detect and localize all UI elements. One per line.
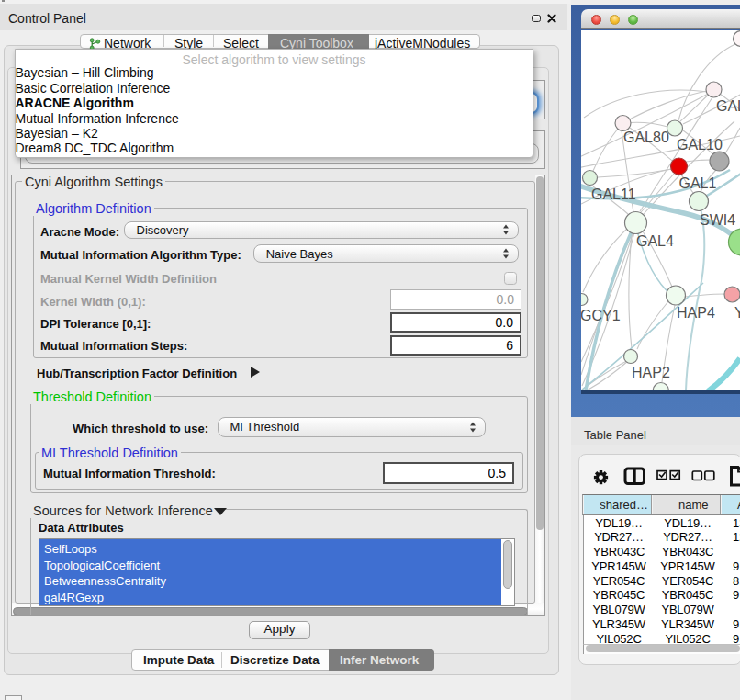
svg-text:GAL4: GAL4 — [636, 233, 674, 249]
svg-text:HAP2: HAP2 — [632, 365, 670, 380]
svg-text:GAL80: GAL80 — [623, 130, 669, 145]
svg-text:GAL2: GAL2 — [716, 98, 740, 114]
svg-text:GAL10: GAL10 — [677, 137, 723, 152]
svg-text:GCY1: GCY1 — [581, 308, 621, 323]
svg-text:YJ: YJ — [734, 305, 740, 321]
svg-text:GAL1: GAL1 — [679, 175, 717, 191]
svg-text:GAL11: GAL11 — [591, 186, 636, 202]
svg-text:HAP4: HAP4 — [677, 305, 715, 321]
svg-text:SWI4: SWI4 — [700, 212, 735, 228]
